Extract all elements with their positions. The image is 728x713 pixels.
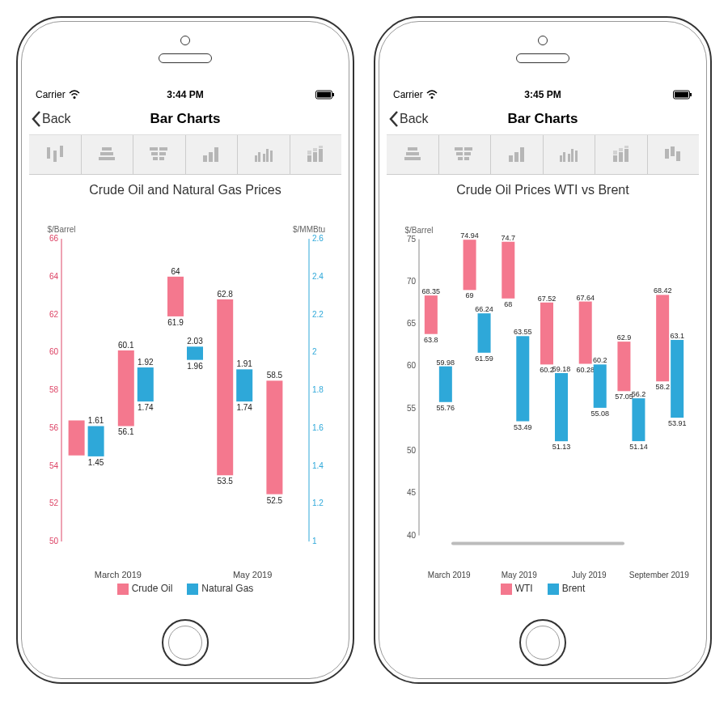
svg-text:62.8: 62.8: [217, 290, 233, 299]
back-label: Back: [42, 112, 71, 126]
tb-candle[interactable]: [29, 135, 82, 174]
status-bar: Carrier 3:44 PM: [29, 86, 341, 104]
svg-text:2.2: 2.2: [312, 310, 324, 319]
svg-text:1.74: 1.74: [236, 403, 252, 412]
svg-text:65: 65: [407, 319, 417, 328]
svg-point-77: [430, 96, 433, 99]
svg-rect-8: [100, 152, 113, 155]
svg-text:58: 58: [49, 385, 59, 394]
svg-rect-84: [455, 147, 463, 151]
svg-rect-90: [509, 155, 513, 162]
phone-left: Carrier 3:44 PM Back Bar Charts: [16, 16, 354, 684]
status-bar: Carrier 3:45 PM: [387, 86, 699, 104]
back-button[interactable]: Back: [388, 110, 429, 128]
svg-rect-104: [665, 149, 669, 159]
x-labels: March 2019 May 2019 July 2019 September …: [392, 569, 694, 579]
home-button[interactable]: [519, 619, 566, 666]
svg-rect-82: [406, 152, 419, 155]
back-button[interactable]: Back: [31, 110, 71, 128]
chart-title: Crude Oil and Natural Gas Prices: [34, 183, 336, 197]
svg-rect-88: [458, 157, 463, 160]
svg-text:70: 70: [407, 277, 417, 286]
svg-text:56.2: 56.2: [632, 390, 646, 398]
svg-rect-4: [47, 147, 50, 159]
svg-rect-138: [439, 367, 452, 402]
svg-text:68: 68: [504, 300, 512, 308]
svg-rect-12: [151, 152, 158, 155]
svg-point-0: [73, 96, 75, 99]
svg-rect-21: [263, 154, 265, 162]
tb-bars-asc[interactable]: [491, 135, 544, 174]
svg-rect-14: [153, 157, 158, 160]
plot-left[interactable]: $/Barrel$/MMBtu50525456586062646611.21.4…: [34, 201, 336, 568]
svg-text:60.2: 60.2: [593, 356, 607, 364]
svg-text:45: 45: [407, 488, 417, 497]
status-time: 3:45 PM: [524, 89, 561, 100]
svg-text:1.74: 1.74: [138, 403, 154, 412]
svg-rect-15: [159, 157, 164, 160]
svg-text:53.5: 53.5: [217, 477, 233, 486]
svg-rect-56: [167, 277, 184, 316]
svg-text:66.24: 66.24: [475, 305, 493, 313]
svg-text:59.18: 59.18: [552, 365, 571, 373]
svg-rect-81: [408, 147, 417, 151]
svg-text:1.6: 1.6: [312, 423, 324, 432]
svg-rect-99: [613, 151, 617, 155]
svg-text:61.9: 61.9: [167, 318, 184, 327]
battery-icon: [673, 90, 692, 100]
svg-rect-23: [270, 151, 273, 162]
tb-pyramid-right[interactable]: [133, 135, 186, 174]
home-button[interactable]: [162, 619, 209, 666]
wifi-icon: [69, 90, 80, 100]
tb-pyramid-right[interactable]: [439, 135, 492, 174]
svg-text:54: 54: [49, 461, 59, 470]
svg-text:68.42: 68.42: [654, 286, 672, 295]
x-cat: September 2019: [624, 571, 695, 579]
svg-rect-2: [317, 92, 331, 98]
svg-rect-24: [307, 155, 311, 162]
svg-rect-71: [187, 346, 203, 359]
svg-text:$/Barrel: $/Barrel: [404, 226, 433, 235]
svg-rect-7: [102, 147, 112, 151]
svg-rect-89: [464, 157, 469, 160]
svg-rect-144: [516, 336, 529, 421]
svg-rect-80: [690, 93, 692, 96]
svg-text:63.55: 63.55: [514, 328, 532, 336]
chart-area: Crude Oil and Natural Gas Prices $/Barre…: [29, 175, 341, 601]
tb-pyramid-left[interactable]: [82, 135, 134, 174]
chart-area: Crude Oil Prices WTI vs Brent $/Barrel40…: [387, 175, 699, 601]
tb-pyramid-left[interactable]: [387, 135, 439, 174]
svg-text:1.2: 1.2: [312, 499, 324, 507]
svg-rect-101: [619, 148, 623, 151]
speaker-icon: [159, 53, 212, 63]
wifi-icon: [426, 90, 438, 100]
svg-rect-106: [676, 151, 680, 161]
tb-bars-stacked[interactable]: [595, 135, 648, 174]
svg-rect-132: [617, 342, 630, 391]
svg-rect-26: [313, 152, 317, 162]
tb-bars-grouped[interactable]: [238, 135, 290, 174]
x-cat: July 2019: [554, 571, 624, 579]
svg-rect-16: [203, 155, 207, 162]
tb-bars-range[interactable]: [648, 135, 700, 174]
plot-right[interactable]: $/Barrel404550556065707568.3563.874.9469…: [392, 201, 694, 569]
svg-text:1.92: 1.92: [138, 358, 154, 367]
svg-rect-13: [159, 152, 166, 155]
svg-text:67.64: 67.64: [576, 294, 595, 302]
svg-text:74.94: 74.94: [460, 231, 479, 240]
tb-bars-stacked[interactable]: [290, 135, 342, 174]
svg-rect-17: [209, 152, 213, 162]
tb-bars-grouped[interactable]: [544, 135, 596, 174]
svg-text:1.4: 1.4: [312, 461, 324, 470]
svg-text:1.61: 1.61: [88, 416, 104, 425]
svg-text:64: 64: [49, 272, 59, 281]
nav-bar: Back Bar Charts: [387, 104, 699, 135]
screen-left: Carrier 3:44 PM Back Bar Charts: [29, 86, 341, 601]
tb-bars-asc[interactable]: [186, 135, 239, 174]
svg-rect-147: [555, 373, 568, 441]
svg-rect-62: [266, 380, 282, 494]
svg-rect-94: [563, 152, 565, 162]
svg-text:62: 62: [49, 310, 59, 319]
x-cat: March 2019: [76, 570, 160, 579]
screen-right: Carrier 3:45 PM Back Bar Charts: [387, 86, 699, 601]
